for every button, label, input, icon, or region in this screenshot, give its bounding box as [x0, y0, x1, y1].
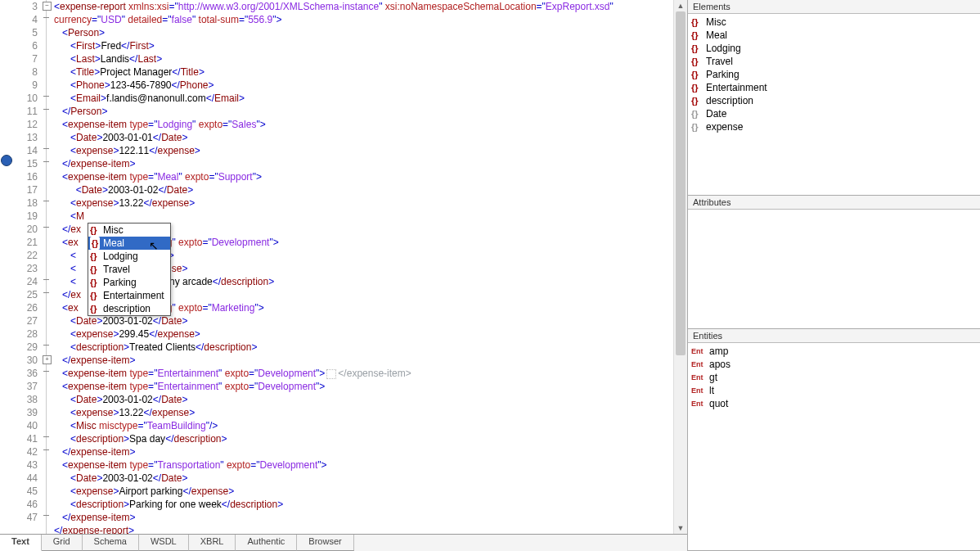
autocomplete-item[interactable]: {}Misc — [88, 224, 170, 237]
scroll-down-icon[interactable]: ▼ — [674, 522, 687, 534]
entity-item[interactable]: Entamp — [691, 345, 977, 358]
elements-panel[interactable]: {}Misc{}Meal{}Lodging{}Travel{}Parking{}… — [688, 14, 980, 195]
fold-toggle[interactable]: + — [43, 355, 52, 364]
element-item[interactable]: {}Lodging — [691, 42, 977, 55]
entity-icon: Ent — [691, 373, 704, 382]
fold-gutter[interactable]: − + — [41, 0, 54, 534]
element-item[interactable]: {}Date — [691, 107, 977, 120]
scrollbar-thumb[interactable] — [676, 11, 686, 355]
autocomplete-item[interactable]: {}Entertainment — [88, 289, 170, 302]
element-item[interactable]: {}expense — [691, 120, 977, 133]
attributes-panel[interactable] — [688, 210, 980, 328]
entity-item[interactable]: Entquot — [691, 397, 977, 410]
element-item[interactable]: {}Meal — [691, 29, 977, 42]
elements-panel-header: Elements — [688, 0, 980, 14]
element-icon: {} — [691, 70, 701, 79]
view-tab-authentic[interactable]: Authentic — [236, 535, 297, 551]
view-tabs: TextGridSchemaWSDLXBRLAuthenticBrowser — [0, 534, 687, 551]
view-tab-browser[interactable]: Browser — [297, 535, 353, 551]
element-item[interactable]: {}Travel — [691, 55, 977, 68]
autocomplete-popup[interactable]: {}Misc{}Meal{}Lodging{}Travel{}Parking{}… — [88, 223, 171, 316]
attributes-panel-header: Attributes — [688, 196, 980, 210]
editor-pane: 3456789101112131415161718192021222324252… — [0, 0, 688, 551]
entities-panel-header: Entities — [688, 329, 980, 343]
mouse-cursor: ↖ — [149, 239, 159, 252]
breakpoint-marker[interactable] — [1, 155, 12, 166]
element-icon: {} — [691, 56, 701, 66]
entity-item[interactable]: Entlt — [691, 384, 977, 397]
scroll-up-icon[interactable]: ▲ — [674, 0, 687, 11]
vertical-scrollbar[interactable]: ▲ ▼ — [673, 0, 687, 534]
element-icon: {} — [691, 109, 701, 119]
code-editor[interactable]: 3456789101112131415161718192021222324252… — [0, 0, 687, 534]
breakpoint-gutter[interactable] — [0, 0, 13, 534]
entity-icon: Ent — [691, 360, 704, 368]
element-item[interactable]: {}Entertainment — [691, 81, 977, 94]
autocomplete-item[interactable]: {}Parking — [88, 276, 170, 289]
line-number-gutter: 3456789101112131415161718192021222324252… — [13, 0, 41, 534]
element-icon: {} — [691, 30, 701, 40]
element-icon: {} — [691, 83, 701, 93]
element-icon: {} — [691, 96, 701, 106]
element-item[interactable]: {}Misc — [691, 16, 977, 29]
side-pane: Elements {}Misc{}Meal{}Lodging{}Travel{}… — [688, 0, 980, 551]
fold-toggle[interactable]: − — [43, 2, 52, 11]
view-tab-text[interactable]: Text — [0, 535, 42, 551]
view-tab-grid[interactable]: Grid — [42, 535, 83, 551]
view-tab-schema[interactable]: Schema — [83, 535, 139, 551]
autocomplete-item[interactable]: {}description — [88, 302, 170, 315]
entity-icon: Ent — [691, 386, 704, 395]
view-tab-wsdl[interactable]: WSDL — [139, 535, 189, 551]
entity-item[interactable]: Entgt — [691, 371, 977, 384]
view-tab-xbrl[interactable]: XBRL — [189, 535, 236, 551]
element-item[interactable]: {}description — [691, 94, 977, 107]
entity-icon: Ent — [691, 400, 704, 408]
entities-panel[interactable]: EntampEntaposEntgtEntltEntquot — [688, 343, 980, 550]
entity-icon: Ent — [691, 347, 704, 355]
autocomplete-item[interactable]: {}Travel — [88, 263, 170, 276]
entity-item[interactable]: Entapos — [691, 358, 977, 371]
element-icon: {} — [691, 43, 701, 53]
element-icon: {} — [691, 17, 701, 27]
element-item[interactable]: {}Parking — [691, 68, 977, 81]
element-icon: {} — [691, 122, 701, 132]
